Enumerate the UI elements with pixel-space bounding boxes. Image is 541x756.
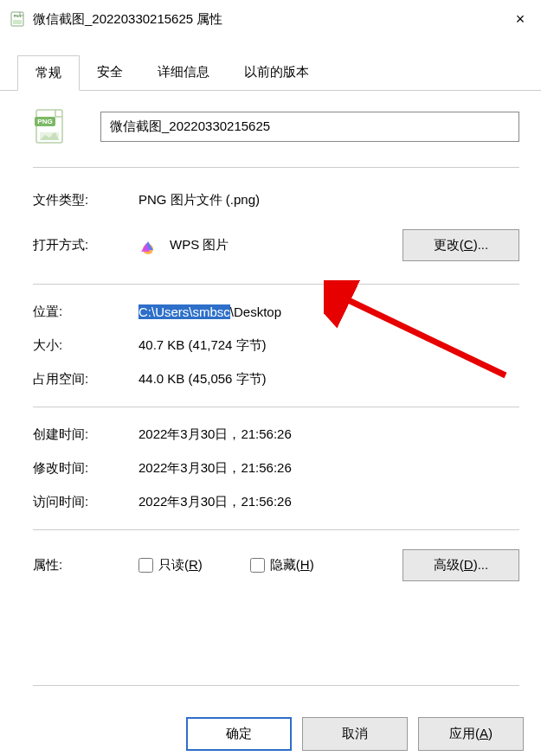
general-tab-content: PNG 文件类型: PNG 图片文件 (.png) 打开方式: WPS 图片 更…: [0, 91, 541, 705]
modified-label: 修改时间:: [33, 460, 138, 477]
location-selected-text: C:\Users\smbsc: [138, 304, 230, 319]
sizeondisk-label: 占用空间:: [33, 371, 138, 388]
created-value: 2022年3月30日，21:56:26: [138, 426, 519, 443]
png-file-icon: PNG: [10, 11, 26, 27]
accessed-value: 2022年3月30日，21:56:26: [138, 494, 519, 510]
ok-button[interactable]: 确定: [186, 717, 292, 751]
divider: [33, 284, 519, 285]
dialog-button-bar: 确定 取消 应用(A): [0, 705, 541, 751]
size-row: 大小: 40.7 KB (41,724 字节): [33, 329, 519, 362]
modified-value: 2022年3月30日，21:56:26: [138, 460, 519, 477]
modified-row: 修改时间: 2022年3月30日，21:56:26: [33, 452, 519, 485]
filetype-value: PNG 图片文件 (.png): [138, 192, 519, 208]
svg-text:PNG: PNG: [37, 118, 52, 125]
location-value[interactable]: C:\Users\smbsc\Desktop: [138, 304, 519, 319]
filetype-label: 文件类型:: [33, 192, 138, 208]
attributes-value: 只读(R) 隐藏(H) 高级(D)...: [138, 549, 519, 581]
attributes-label: 属性:: [33, 557, 138, 573]
readonly-checkbox[interactable]: [138, 558, 153, 573]
svg-rect-1: [13, 20, 22, 24]
tab-security[interactable]: 安全: [80, 55, 140, 90]
filetype-row: 文件类型: PNG 图片文件 (.png): [33, 183, 519, 217]
openwith-row: 打开方式: WPS 图片 更改(C)...: [33, 217, 519, 273]
accessed-label: 访问时间:: [33, 494, 138, 510]
change-button[interactable]: 更改(C)...: [403, 229, 519, 261]
title-bar: PNG 微信截图_20220330215625 属性 ×: [0, 0, 541, 38]
hidden-checkbox[interactable]: [250, 558, 265, 573]
sizeondisk-value: 44.0 KB (45,056 字节): [138, 371, 519, 388]
divider: [33, 407, 519, 407]
attributes-row: 属性: 只读(R) 隐藏(H) 高级(D)...: [33, 541, 519, 590]
hidden-checkbox-label[interactable]: 隐藏(H): [250, 557, 314, 573]
accessed-row: 访问时间: 2022年3月30日，21:56:26: [33, 485, 519, 519]
file-header-row: PNG: [33, 108, 519, 168]
divider: [33, 529, 519, 530]
filename-input[interactable]: [100, 112, 519, 142]
advanced-button[interactable]: 高级(D)...: [403, 549, 519, 581]
openwith-label: 打开方式:: [33, 237, 138, 253]
png-file-icon-large: PNG: [33, 108, 69, 144]
created-row: 创建时间: 2022年3月30日，21:56:26: [33, 418, 519, 452]
apply-button[interactable]: 应用(A): [418, 717, 524, 751]
window-title: 微信截图_20220330215625 属性: [33, 11, 510, 28]
close-button[interactable]: ×: [510, 9, 531, 29]
location-rest-text: \Desktop: [230, 304, 281, 319]
size-value: 40.7 KB (41,724 字节): [138, 337, 519, 354]
wps-app-icon: [138, 236, 158, 255]
location-row: 位置: C:\Users\smbsc\Desktop: [33, 295, 519, 329]
tab-details[interactable]: 详细信息: [140, 55, 227, 90]
created-label: 创建时间:: [33, 426, 138, 443]
openwith-value: WPS 图片 更改(C)...: [138, 229, 519, 261]
readonly-checkbox-label[interactable]: 只读(R): [138, 557, 203, 573]
svg-text:PNG: PNG: [14, 14, 22, 18]
tab-previous-versions[interactable]: 以前的版本: [227, 55, 326, 90]
tab-strip: 常规 安全 详细信息 以前的版本: [0, 38, 541, 91]
sizeondisk-row: 占用空间: 44.0 KB (45,056 字节): [33, 362, 519, 396]
tab-general[interactable]: 常规: [17, 55, 80, 91]
location-label: 位置:: [33, 304, 138, 320]
size-label: 大小:: [33, 337, 138, 354]
cancel-button[interactable]: 取消: [302, 717, 408, 751]
openwith-app-name: WPS 图片: [170, 237, 229, 253]
divider: [33, 685, 519, 686]
